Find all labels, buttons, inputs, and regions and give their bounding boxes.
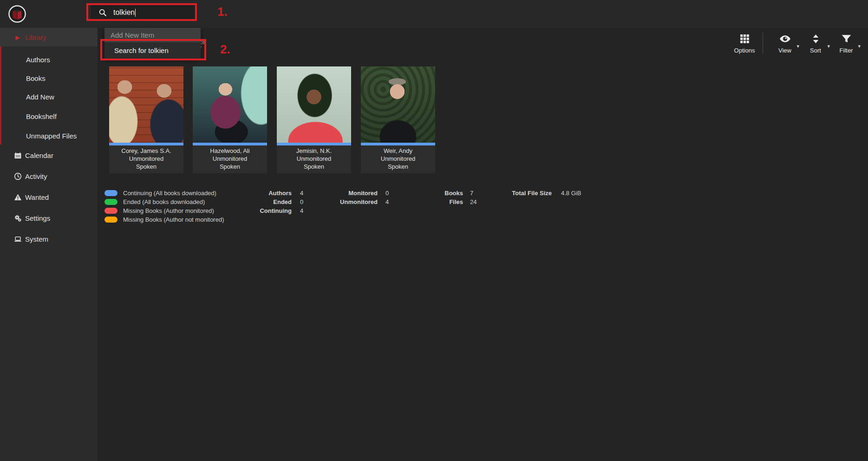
author-photo	[361, 66, 435, 143]
author-card[interactable]: Jemisin, N.K. Unmonitored Spoken	[277, 66, 351, 173]
stat-label: Monitored	[320, 190, 378, 197]
author-caption: Corey, James S.A. Unmonitored Spoken	[109, 145, 183, 173]
sidebar-item-label: System	[25, 235, 48, 243]
warning-triangle-icon	[13, 193, 22, 201]
stat-label: Total File Size	[478, 190, 552, 197]
sidebar-item-wanted[interactable]: Wanted	[0, 191, 98, 203]
legend-label: Ended (All books downloaded)	[123, 198, 205, 205]
author-name: Hazelwood, Ali	[194, 147, 266, 155]
stats-size-column: Total File Size4.8 GiB	[478, 189, 581, 198]
legend-color-missing-unmonitored	[104, 217, 117, 223]
legend-color-ended	[104, 199, 117, 205]
stat-value: 24	[470, 198, 476, 205]
stat-row: Files24	[413, 198, 476, 206]
view-button[interactable]: View ▾	[770, 33, 800, 54]
annotation-step-1: 1.	[217, 5, 228, 19]
legend-row: Missing Books (Author not monitored)	[104, 215, 224, 224]
author-monitor-status: Unmonitored	[194, 155, 266, 163]
readarr-app: tolkien ▶ Library Authors Books Add New …	[0, 0, 868, 461]
chevron-down-icon: ▾	[858, 43, 861, 49]
sidebar-item-settings[interactable]: Settings	[0, 212, 98, 224]
sidebar-item-label: Wanted	[25, 193, 49, 201]
author-caption: Jemisin, N.K. Unmonitored Spoken	[277, 145, 351, 173]
stats-authors-column: Authors4 Ended0 Continuing4	[241, 189, 303, 215]
stat-row: Ended0	[241, 198, 303, 206]
author-book-type: Spoken	[362, 163, 434, 171]
stat-value: 4	[385, 198, 389, 205]
view-label: View	[778, 47, 791, 54]
sidebar-item-label: Authors	[26, 56, 50, 64]
legend-color-continuing	[104, 190, 117, 196]
eye-icon	[779, 33, 791, 45]
author-book-type: Spoken	[194, 163, 266, 171]
stat-row: Books7	[413, 189, 476, 198]
author-card[interactable]: Hazelwood, Ali Unmonitored Spoken	[193, 66, 267, 173]
caret-right-icon: ▶	[13, 34, 22, 41]
sidebar-item-label: Settings	[25, 214, 50, 222]
sidebar-item-add-new[interactable]: Add New	[0, 91, 98, 103]
stat-label: Authors	[241, 190, 292, 197]
stat-row: Monitored0	[320, 189, 389, 198]
sidebar-item-label: Library	[25, 33, 46, 41]
author-caption: Weir, Andy Unmonitored Spoken	[361, 145, 435, 173]
stat-row: Continuing4	[241, 206, 303, 215]
sidebar-item-unmapped-files[interactable]: Unmapped Files	[0, 130, 98, 142]
filter-button[interactable]: Filter ▾	[831, 33, 861, 54]
sidebar-item-bookshelf[interactable]: Bookshelf	[0, 110, 98, 122]
sort-icon	[810, 33, 822, 45]
stat-value: 4	[300, 207, 303, 214]
sidebar-item-calendar[interactable]: Calendar	[0, 149, 98, 161]
stats-books-column: Books7 Files24	[413, 189, 476, 206]
author-card[interactable]: Corey, James S.A. Unmonitored Spoken	[109, 66, 183, 173]
sidebar-item-authors[interactable]: Authors	[0, 53, 98, 66]
stats-monitored-column: Monitored0 Unmonitored4	[320, 189, 389, 206]
sidebar-item-label: Unmapped Files	[26, 132, 77, 140]
author-name: Weir, Andy	[362, 147, 434, 155]
stat-value: 0	[300, 198, 303, 205]
stat-label: Ended	[241, 198, 292, 205]
stat-label: Files	[413, 198, 463, 205]
sidebar-item-label: Activity	[25, 172, 47, 180]
author-card[interactable]: Weir, Andy Unmonitored Spoken	[361, 66, 435, 173]
sidebar-item-label: Bookshelf	[26, 112, 57, 120]
sidebar-nav: ▶ Library Authors Books Add New Bookshel…	[0, 28, 98, 461]
sort-button[interactable]: Sort ▾	[800, 33, 831, 54]
laptop-icon	[13, 235, 22, 243]
author-monitor-status: Unmonitored	[110, 155, 183, 163]
sidebar-item-label: Calendar	[25, 151, 53, 159]
global-search-input[interactable]: tolkien	[91, 5, 195, 20]
toolbar-separator	[763, 33, 763, 54]
stat-label: Unmonitored	[320, 198, 378, 205]
author-photo	[193, 66, 267, 143]
stat-row: Unmonitored4	[320, 198, 389, 206]
status-legend: Continuing (All books downloaded) Ended …	[104, 189, 224, 224]
author-photo	[277, 66, 351, 143]
filter-funnel-icon	[841, 33, 852, 45]
stat-row: Total File Size4.8 GiB	[478, 189, 581, 198]
stat-label: Books	[413, 190, 463, 197]
legend-label: Missing Books (Author monitored)	[123, 207, 214, 214]
options-button[interactable]: Options	[729, 33, 760, 54]
stat-label: Continuing	[241, 207, 292, 214]
filter-label: Filter	[840, 47, 853, 54]
search-icon	[98, 8, 107, 17]
calendar-icon	[13, 151, 22, 159]
legend-color-missing-monitored	[104, 208, 117, 214]
gears-icon	[13, 214, 22, 222]
sidebar-item-system[interactable]: System	[0, 233, 98, 245]
dropdown-item-search-for-tolkien[interactable]: Search for tolkien	[104, 42, 201, 59]
author-monitor-status: Unmonitored	[278, 155, 350, 163]
annotation-step-2: 2.	[220, 42, 230, 57]
legend-row: Missing Books (Author monitored)	[104, 206, 224, 215]
top-bar: tolkien	[0, 0, 868, 28]
dropdown-header-add-new-item[interactable]: Add New Item	[104, 28, 201, 42]
sidebar-item-activity[interactable]: Activity	[0, 170, 98, 182]
search-input-value: tolkien	[113, 8, 135, 17]
sidebar-item-label: Books	[26, 74, 46, 82]
clock-icon	[13, 172, 22, 180]
sidebar-item-library[interactable]: ▶ Library	[0, 28, 98, 46]
stat-row: Authors4	[241, 189, 303, 198]
readarr-logo-icon[interactable]	[8, 5, 26, 23]
chevron-down-icon: ▾	[796, 43, 799, 49]
sidebar-item-books[interactable]: Books	[0, 72, 98, 84]
